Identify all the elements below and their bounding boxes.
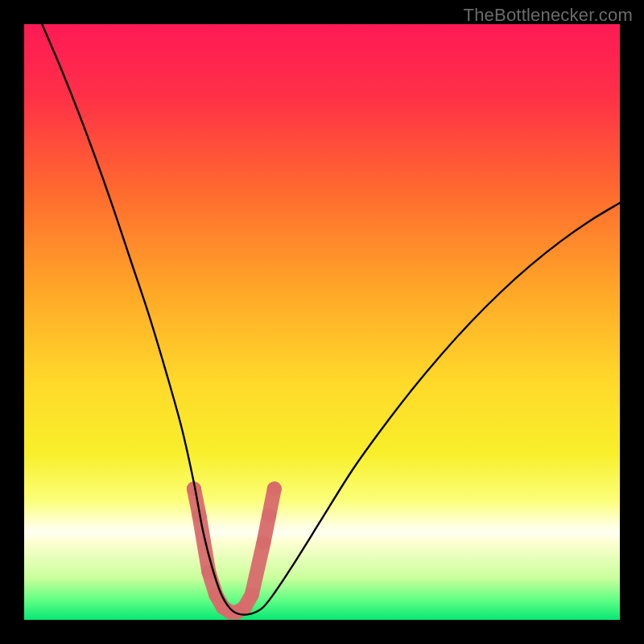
chart-frame: TheBottlenecker.com	[0, 0, 644, 644]
gradient-background	[24, 24, 620, 620]
watermark-text: TheBottlenecker.com	[464, 5, 633, 26]
svg-rect-0	[24, 24, 620, 620]
plot-area	[24, 24, 620, 620]
